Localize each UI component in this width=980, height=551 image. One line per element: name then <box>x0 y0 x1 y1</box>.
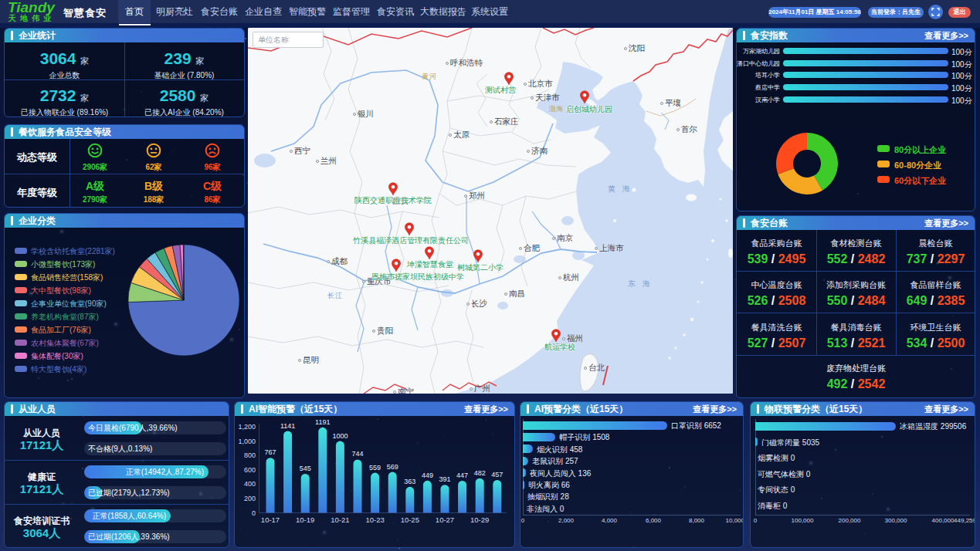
svg-text:400: 400 <box>244 480 256 488</box>
svg-text:391: 391 <box>439 475 450 483</box>
svg-text:10-23: 10-23 <box>365 516 384 524</box>
svg-text:10-27: 10-27 <box>436 516 454 524</box>
svg-text:1191: 1191 <box>315 418 330 426</box>
svg-text:长江: 长江 <box>327 292 343 299</box>
svg-text:1000: 1000 <box>332 432 348 440</box>
svg-text:10-19: 10-19 <box>296 516 314 524</box>
svg-text:200: 200 <box>244 495 256 502</box>
svg-text:482: 482 <box>474 469 486 477</box>
svg-text:457: 457 <box>491 471 503 478</box>
svg-text:449: 449 <box>422 472 433 479</box>
svg-text:545: 545 <box>300 465 311 472</box>
svg-text:1141: 1141 <box>280 422 295 430</box>
svg-text:东 海: 东 海 <box>628 279 653 288</box>
svg-text:10-21: 10-21 <box>331 516 349 524</box>
svg-text:10-17: 10-17 <box>261 516 280 524</box>
svg-text:10-29: 10-29 <box>470 516 489 524</box>
svg-text:1,200: 1,200 <box>238 423 256 431</box>
svg-text:447: 447 <box>456 472 468 479</box>
svg-text:0: 0 <box>252 509 256 517</box>
svg-text:10-25: 10-25 <box>401 516 419 524</box>
svg-text:黄 海: 黄 海 <box>608 184 632 193</box>
svg-text:363: 363 <box>404 478 415 485</box>
svg-text:744: 744 <box>351 450 363 458</box>
svg-text:1,000: 1,000 <box>238 438 256 445</box>
svg-text:569: 569 <box>387 463 398 471</box>
svg-text:559: 559 <box>369 464 381 472</box>
svg-text:767: 767 <box>264 448 276 456</box>
svg-text:800: 800 <box>244 451 256 459</box>
svg-text:渤海: 渤海 <box>548 105 563 113</box>
svg-text:黄河: 黄河 <box>422 73 437 80</box>
svg-text:600: 600 <box>244 466 256 474</box>
